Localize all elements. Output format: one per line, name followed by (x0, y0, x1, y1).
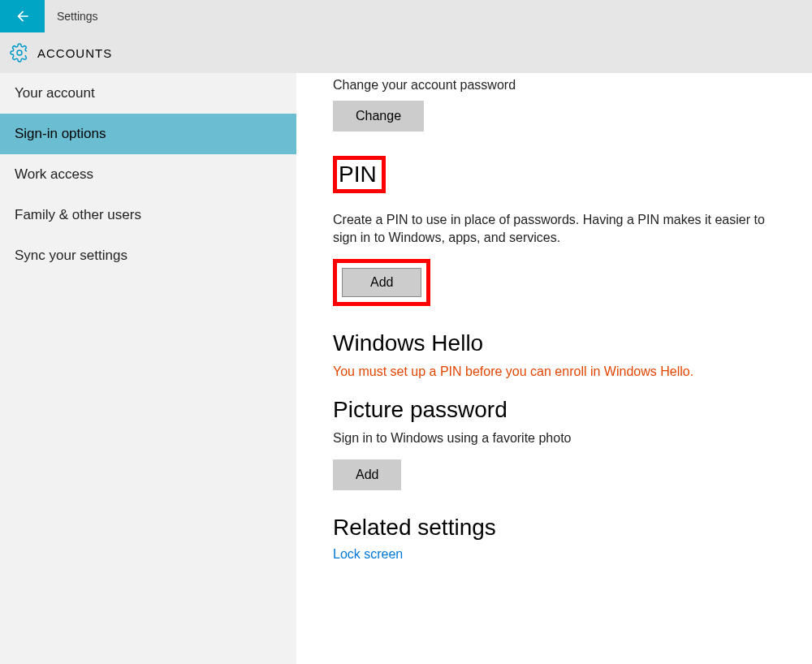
header-bottom: ACCOUNTS (0, 32, 812, 73)
sidebar-item-sign-in-options[interactable]: Sign-in options (0, 114, 296, 154)
related-settings-heading: Related settings (333, 515, 792, 541)
add-pin-button[interactable]: Add (342, 268, 421, 297)
hello-section: Windows Hello You must set up a PIN befo… (333, 330, 792, 381)
svg-point-0 (17, 50, 22, 55)
add-picture-password-button[interactable]: Add (333, 459, 401, 490)
header: Settings ACCOUNTS (0, 0, 812, 73)
pin-heading-highlight: PIN (333, 156, 386, 193)
back-button[interactable] (0, 0, 45, 32)
picture-password-section: Picture password Sign in to Windows usin… (333, 397, 792, 489)
change-password-button[interactable]: Change (333, 101, 424, 132)
header-top: Settings (0, 0, 812, 32)
gear-icon (10, 43, 29, 63)
password-section: Change your account password Change (333, 78, 792, 132)
related-settings-section: Related settings Lock screen (333, 515, 792, 562)
picture-password-heading: Picture password (333, 397, 792, 423)
password-desc: Change your account password (333, 78, 792, 93)
section-title: ACCOUNTS (37, 46, 112, 60)
sidebar-item-your-account[interactable]: Your account (0, 73, 296, 114)
main-content: Change your account password Change PIN … (296, 73, 812, 664)
picture-password-desc: Sign in to Windows using a favorite phot… (333, 429, 792, 447)
sidebar-item-sync-settings[interactable]: Sync your settings (0, 235, 296, 276)
pin-button-highlight: Add (333, 259, 430, 306)
hello-heading: Windows Hello (333, 330, 792, 356)
back-arrow-icon (15, 8, 31, 24)
window-title: Settings (57, 10, 98, 23)
pin-section: PIN Create a PIN to use in place of pass… (333, 156, 792, 306)
sidebar-item-label: Sign-in options (15, 126, 106, 141)
sidebar-item-family-other-users[interactable]: Family & other users (0, 195, 296, 235)
lock-screen-link[interactable]: Lock screen (333, 547, 403, 562)
content-wrapper: Your account Sign-in options Work access… (0, 73, 812, 664)
sidebar-item-label: Work access (15, 166, 93, 182)
sidebar-item-work-access[interactable]: Work access (0, 154, 296, 195)
hello-warning: You must set up a PIN before you can enr… (333, 363, 792, 381)
sidebar: Your account Sign-in options Work access… (0, 73, 296, 664)
pin-heading: PIN (339, 162, 377, 188)
pin-desc: Create a PIN to use in place of password… (333, 211, 792, 248)
sidebar-item-label: Sync your settings (15, 248, 127, 263)
sidebar-item-label: Your account (15, 85, 95, 101)
sidebar-item-label: Family & other users (15, 207, 141, 222)
